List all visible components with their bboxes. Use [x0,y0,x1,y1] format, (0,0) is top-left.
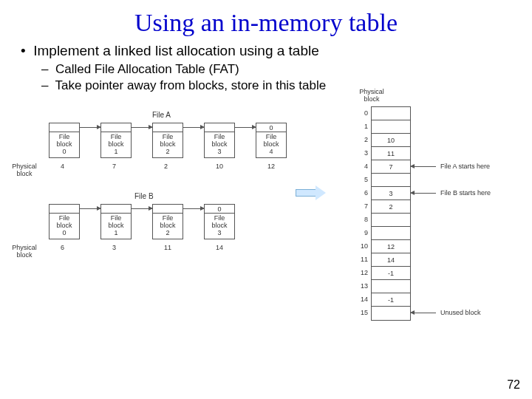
file-a-start-text: File A starts here [440,163,490,170]
phys-block-num: 11 [164,244,171,251]
fat-row [372,107,410,120]
link-arrow [183,208,204,209]
file-b-label: File B [134,192,154,200]
phys-block-num: 6 [61,244,64,251]
file-a-start-arrow [411,166,436,167]
fat-row: 2 [372,200,410,214]
phys-block-num: 4 [61,163,64,170]
block-body: Fileblock0 [50,132,79,157]
phys-block-num: 14 [216,244,223,251]
diagram: File A Fileblock0 4 Fileblock1 7 Fileblo… [0,95,532,368]
bullet-1: • Implement a linked list allocation usi… [21,43,517,59]
link-arrow [183,127,204,128]
block-pointer [153,123,183,132]
file-block: 0 Fileblock4 [256,123,287,158]
fat-row [372,214,410,227]
fat-row: 7 [372,160,410,174]
block-pointer [153,205,183,214]
block-pointer [50,205,79,214]
link-arrow [132,208,152,209]
block-pointer [101,123,131,132]
fat-row: -1 [372,293,410,307]
block-body: Fileblock3 [205,132,234,157]
fat-index: 10 [358,242,368,250]
block-pointer [205,123,234,132]
phys-block-num: 7 [112,163,116,170]
block-pointer: 0 [205,205,234,214]
fat-index: 0 [358,109,368,117]
phys-block-num: 12 [267,163,275,170]
fat-row [372,120,410,134]
fat-row: 3 [372,187,410,200]
fat-row [372,280,410,293]
block-body: Fileblock1 [101,132,131,157]
bullet-2b-text: Take pointer away from blocks, store in … [55,78,327,92]
slide-title: Using an in-memory table [0,0,532,43]
block-pointer [101,205,131,214]
fat-index: 15 [358,309,368,316]
block-body: Fileblock3 [205,214,234,239]
block-pointer [50,123,79,132]
fat-index: 3 [358,149,368,157]
page-number: 72 [507,378,520,392]
bullet-1-text: Implement a linked list allocation using… [33,43,319,58]
fat-row: 14 [372,253,410,267]
fat-index: 14 [358,296,368,303]
fat-index: 7 [358,202,368,210]
fat-row: -1 [372,267,410,280]
fat-index: 12 [358,269,368,276]
file-a-label: File A [152,111,171,119]
file-b-start-text: File B starts here [440,189,491,197]
link-arrow [235,127,256,128]
fat-row [372,307,410,320]
unused-text: Unused block [440,309,481,316]
fat-row: 10 [372,134,410,147]
block-body: Fileblock1 [101,214,131,239]
fat-index: 9 [358,229,368,236]
fat-index: 1 [358,123,368,130]
file-block: Fileblock3 [204,123,235,158]
link-arrow [132,127,152,128]
phys-block-num: 3 [112,244,116,251]
fat-row [372,174,410,187]
fat-index: 8 [358,216,368,223]
fat-row [372,227,410,240]
link-arrow [80,127,100,128]
unused-arrow [411,313,436,313]
bullet-2a: – Called File Allocation Table (FAT) [21,62,517,77]
bullet-2b: – Take pointer away from blocks, store i… [21,78,517,93]
block-body: Fileblock4 [256,132,286,157]
phys-block-num: 2 [164,163,168,170]
file-block: 0 Fileblock3 [204,204,235,239]
fat-index: 11 [358,256,368,263]
fat-row: 11 [372,147,410,160]
phys-block-label-b: Physicalblock [7,245,41,259]
fat-index: 5 [358,176,368,183]
file-b-start-arrow [411,193,436,194]
block-pointer: 0 [256,123,286,132]
fat-index: 13 [358,282,368,290]
bullet-2a-text: Called File Allocation Table (FAT) [55,62,239,76]
file-block: Fileblock1 [100,204,132,239]
link-arrow [80,208,100,209]
block-body: Fileblock2 [153,214,183,239]
fat-header: Physicalblock [355,89,389,103]
file-block: Fileblock1 [100,123,132,158]
fat-index: 2 [358,136,368,143]
fat-index: 4 [358,163,368,170]
bullet-list: • Implement a linked list allocation usi… [0,43,532,93]
fat-index: 6 [358,189,368,197]
block-body: Fileblock2 [153,132,183,157]
fat-table: 10117321214-1-1 [371,106,411,321]
file-block: Fileblock0 [49,204,80,239]
file-block: Fileblock2 [152,204,183,239]
phys-block-label-a: Physicalblock [7,163,41,178]
file-block: Fileblock0 [49,123,80,158]
file-block: Fileblock2 [152,123,183,158]
phys-block-num: 10 [216,163,223,170]
fat-row: 12 [372,240,410,253]
block-body: Fileblock0 [50,214,79,239]
